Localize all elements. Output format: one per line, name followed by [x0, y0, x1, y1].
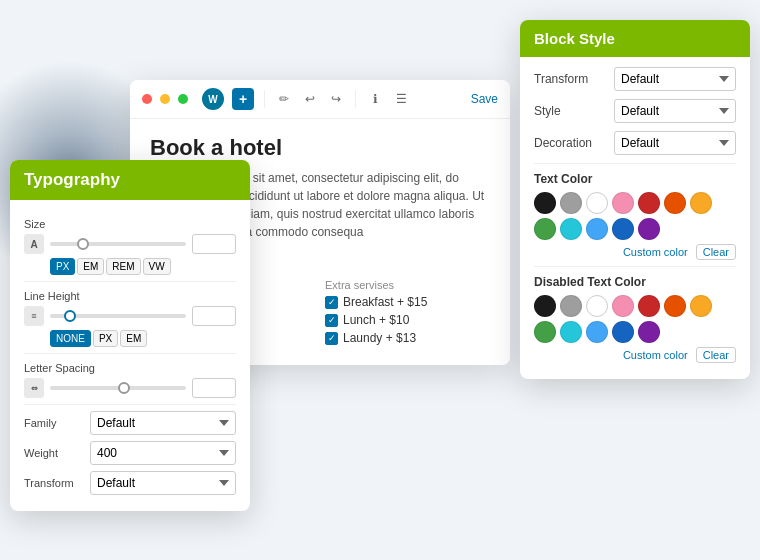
- extra-checkbox-1[interactable]: [325, 314, 338, 327]
- letter-spacing-thumb[interactable]: [118, 382, 130, 394]
- toolbar-sep-2: [355, 90, 356, 108]
- size-input[interactable]: 14: [192, 234, 236, 254]
- line-height-slider-thumb[interactable]: [64, 310, 76, 322]
- bs-transform-select[interactable]: Default: [614, 67, 736, 91]
- bs-style-select[interactable]: Default: [614, 99, 736, 123]
- color-swatch-blue[interactable]: [612, 218, 634, 240]
- typography-header: Typography: [10, 160, 250, 200]
- disabled-color-actions: Custom color Clear: [534, 347, 736, 363]
- bs-divider-2: [534, 266, 736, 267]
- divider-1: [24, 281, 236, 282]
- transform-select[interactable]: Default: [90, 471, 236, 495]
- undo-icon[interactable]: ↩: [301, 90, 319, 108]
- lh-unit-em[interactable]: EM: [120, 330, 147, 347]
- line-height-icon: ≡: [24, 306, 44, 326]
- size-slider-thumb[interactable]: [77, 238, 89, 250]
- disabled-swatch-red[interactable]: [638, 295, 660, 317]
- unit-em[interactable]: EM: [77, 258, 104, 275]
- disabled-swatch-white[interactable]: [586, 295, 608, 317]
- bs-decoration-label: Decoration: [534, 136, 606, 150]
- menu-icon[interactable]: ☰: [392, 90, 410, 108]
- disabled-swatch-blue[interactable]: [612, 321, 634, 343]
- line-height-units-row: NONE PX EM: [24, 330, 236, 347]
- bs-divider-1: [534, 163, 736, 164]
- extra-item-1: Lunch + $10: [325, 313, 490, 327]
- divider-2: [24, 353, 236, 354]
- dot-red[interactable]: [142, 94, 152, 104]
- dot-green[interactable]: [178, 94, 188, 104]
- disabled-swatch-cyan[interactable]: [560, 321, 582, 343]
- add-block-button[interactable]: +: [232, 88, 254, 110]
- disabled-swatch-orange[interactable]: [664, 295, 686, 317]
- disabled-text-color-title: Disabled Text Color: [534, 275, 736, 289]
- color-swatch-blue-light[interactable]: [586, 218, 608, 240]
- color-swatch-orange[interactable]: [664, 192, 686, 214]
- size-units-row: PX EM REM VW: [24, 258, 236, 275]
- unit-rem[interactable]: REM: [106, 258, 140, 275]
- disabled-swatch-green[interactable]: [534, 321, 556, 343]
- custom-color-link[interactable]: Custom color: [623, 246, 688, 258]
- text-color-title: Text Color: [534, 172, 736, 186]
- text-color-palette: [534, 192, 736, 240]
- disabled-swatch-gray[interactable]: [560, 295, 582, 317]
- size-icon: A: [24, 234, 44, 254]
- extra-item-2: Laundy + $13: [325, 331, 490, 345]
- disabled-swatch-pink-light[interactable]: [612, 295, 634, 317]
- save-button[interactable]: Save: [471, 92, 498, 106]
- weight-select[interactable]: 400: [90, 441, 236, 465]
- bs-style-row: Style Default: [534, 99, 736, 123]
- family-select[interactable]: Default: [90, 411, 236, 435]
- line-height-input[interactable]: 1.2: [192, 306, 236, 326]
- line-height-label: Line Height: [24, 290, 236, 302]
- typography-body: Size A 14 PX EM REM VW Line Height ≡: [10, 200, 250, 511]
- letter-spacing-icon: ⇔: [24, 378, 44, 398]
- color-swatch-gray[interactable]: [560, 192, 582, 214]
- color-swatch-white[interactable]: [586, 192, 608, 214]
- disabled-swatch-purple[interactable]: [638, 321, 660, 343]
- clear-text-color-button[interactable]: Clear: [696, 244, 736, 260]
- transform-label: Transform: [24, 477, 84, 489]
- bs-decoration-select[interactable]: Default: [614, 131, 736, 155]
- size-label: Size: [24, 218, 236, 230]
- color-swatch-black[interactable]: [534, 192, 556, 214]
- block-style-title: Block Style: [534, 30, 615, 47]
- clear-disabled-color-button[interactable]: Clear: [696, 347, 736, 363]
- disabled-swatch-blue-light[interactable]: [586, 321, 608, 343]
- size-slider-track[interactable]: [50, 242, 186, 246]
- editor-toolbar: W + ✏ ↩ ↪ ℹ ☰ Save: [130, 80, 510, 119]
- color-swatch-purple[interactable]: [638, 218, 660, 240]
- color-swatch-yellow[interactable]: [690, 192, 712, 214]
- pencil-icon[interactable]: ✏: [275, 90, 293, 108]
- disabled-swatch-black[interactable]: [534, 295, 556, 317]
- unit-px[interactable]: PX: [50, 258, 75, 275]
- letter-spacing-row: ⇔ 0: [24, 378, 236, 398]
- line-height-slider-track[interactable]: [50, 314, 186, 318]
- bs-transform-row: Transform Default: [534, 67, 736, 91]
- color-swatch-cyan[interactable]: [560, 218, 582, 240]
- color-swatch-pink-light[interactable]: [612, 192, 634, 214]
- info-icon[interactable]: ℹ: [366, 90, 384, 108]
- redo-icon[interactable]: ↪: [327, 90, 345, 108]
- extra-checkbox-2[interactable]: [325, 332, 338, 345]
- dot-yellow[interactable]: [160, 94, 170, 104]
- lh-unit-px[interactable]: PX: [93, 330, 118, 347]
- content-title: Book a hotel: [150, 135, 490, 161]
- typography-title: Typography: [24, 170, 120, 189]
- custom-color-link-2[interactable]: Custom color: [623, 349, 688, 361]
- extras-col-header: Extra servises: [325, 279, 490, 291]
- toolbar-sep-1: [264, 90, 265, 108]
- block-style-body: Transform Default Style Default Decorati…: [520, 57, 750, 379]
- extra-checkbox-0[interactable]: [325, 296, 338, 309]
- weight-row: Weight 400: [24, 441, 236, 465]
- lh-unit-none[interactable]: NONE: [50, 330, 91, 347]
- family-label: Family: [24, 417, 84, 429]
- color-swatch-green[interactable]: [534, 218, 556, 240]
- extra-label-1: Lunch + $10: [343, 313, 409, 327]
- letter-spacing-input[interactable]: 0: [192, 378, 236, 398]
- disabled-swatch-yellow[interactable]: [690, 295, 712, 317]
- text-color-actions: Custom color Clear: [534, 244, 736, 260]
- unit-vw[interactable]: VW: [143, 258, 171, 275]
- extra-item-0: Breakfast + $15: [325, 295, 490, 309]
- letter-spacing-slider[interactable]: [50, 386, 186, 390]
- color-swatch-red[interactable]: [638, 192, 660, 214]
